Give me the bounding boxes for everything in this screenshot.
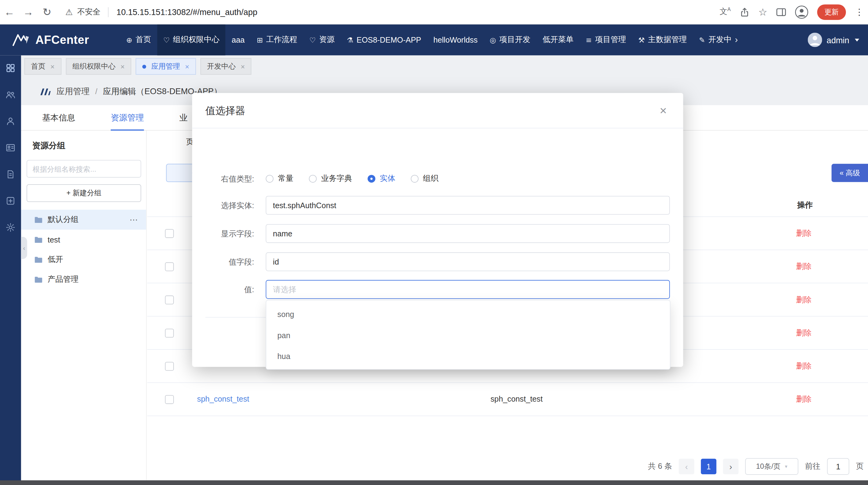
browser-update-button[interactable]: 更新 — [817, 4, 846, 20]
compass-icon: ◎ — [490, 36, 496, 44]
nav-label: helloWorldss — [433, 36, 477, 44]
close-icon[interactable]: × — [654, 102, 672, 120]
app-plus-icon[interactable] — [5, 196, 16, 206]
chevron-right-icon[interactable]: › — [735, 35, 738, 45]
tab-business[interactable]: 业 — [179, 105, 188, 131]
group-item-default[interactable]: 默认分组 ⋯ — [21, 210, 146, 230]
edit-icon: ✎ — [699, 36, 705, 44]
more-actions-icon[interactable]: ⋯ — [129, 215, 138, 224]
delete-link[interactable]: 删除 — [796, 262, 812, 271]
row-checkbox[interactable] — [165, 362, 174, 370]
gear-icon[interactable] — [5, 223, 16, 232]
profile-avatar-icon[interactable] — [795, 5, 808, 19]
nav-item-project-dev[interactable]: ◎项目开发 — [484, 24, 536, 55]
nav-item-master-data[interactable]: ⚒︎主数据管理 — [632, 24, 693, 55]
radio-entity[interactable]: 实体 — [368, 174, 395, 184]
new-group-button[interactable]: + 新建分组 — [27, 184, 142, 202]
reload-icon[interactable]: ↻ — [38, 5, 56, 19]
app-logo[interactable]: AFCenter — [12, 33, 89, 46]
nav-item-lowcode-menu[interactable]: 低开菜单 — [536, 24, 580, 55]
group-label: 低开 — [48, 254, 63, 264]
nav-item-helloworldss[interactable]: helloWorldss — [427, 24, 484, 55]
row-checkbox[interactable] — [165, 229, 174, 238]
radio-constant[interactable]: 常量 — [266, 174, 293, 184]
side-panel-icon[interactable] — [776, 7, 786, 16]
forward-icon[interactable]: → — [19, 6, 37, 18]
workspace-tab-dev-center[interactable]: 开发中心 × — [200, 58, 251, 75]
value-field-input[interactable] — [266, 252, 670, 271]
workspace-tab-org-auth[interactable]: 组织权限中心 × — [66, 58, 131, 75]
bookmark-star-icon[interactable]: ☆ — [758, 6, 767, 18]
nav-item-resources[interactable]: ♡资源 — [303, 24, 341, 55]
row-checkbox[interactable] — [165, 329, 174, 337]
not-secure-warning-icon: ⚠︎ — [65, 7, 73, 17]
nav-label: 资源 — [319, 35, 335, 45]
radio-business-dict[interactable]: 业务字典 — [309, 174, 352, 184]
page-1-button[interactable]: 1 — [701, 459, 716, 474]
breadcrumb-root[interactable]: 应用管理 — [56, 86, 90, 97]
tab-resource-mgmt[interactable]: 资源管理 — [111, 105, 144, 131]
nav-item-eos8-demo-app[interactable]: ⚗︎EOS8-DEMO-APP — [341, 24, 427, 55]
browser-menu-icon[interactable]: ⋮ — [855, 7, 864, 17]
nav-item-dev-center[interactable]: ✎开发中› — [693, 24, 744, 55]
resource-name-link[interactable]: sph_const_test — [197, 394, 249, 403]
nav-item-aaa[interactable]: aaa — [226, 24, 251, 55]
goto-page-input[interactable] — [827, 458, 849, 475]
group-item-product[interactable]: 产品管理 — [21, 269, 146, 289]
close-icon[interactable]: × — [185, 62, 189, 70]
option-hua[interactable]: hua — [266, 346, 670, 367]
delete-link[interactable]: 删除 — [796, 228, 812, 238]
option-song[interactable]: song — [266, 304, 670, 325]
radio-icon — [309, 175, 316, 183]
close-icon[interactable]: × — [121, 62, 125, 70]
caret-down-icon — [855, 38, 859, 41]
translate-icon[interactable]: 文A — [719, 7, 731, 17]
group-search-input[interactable] — [27, 160, 142, 178]
active-dot-icon — [142, 64, 146, 68]
close-icon[interactable]: × — [241, 62, 245, 70]
row-checkbox[interactable] — [165, 295, 174, 304]
document-icon[interactable] — [5, 169, 16, 179]
address-bar[interactable]: ⚠︎ 不安全 10.15.15.151:13082/#/menu_auth/ap… — [65, 7, 257, 17]
display-field-input[interactable] — [266, 224, 670, 243]
group-item-lowcode[interactable]: 低开 — [21, 250, 146, 269]
delete-link[interactable]: 删除 — [796, 361, 812, 371]
url-text[interactable]: 10.15.15.151:13082/#/menu_auth/app — [117, 7, 257, 17]
nav-item-project-mgmt[interactable]: ≡项目管理 — [580, 24, 632, 55]
sidebar-collapse-handle[interactable]: ‹ — [21, 237, 27, 259]
back-icon[interactable]: ← — [0, 6, 19, 18]
workspace-tab-app-mgmt[interactable]: 应用管理 × — [136, 58, 196, 75]
page-size-value: 10条/页 — [756, 461, 781, 471]
radio-icon — [411, 175, 418, 183]
entity-input[interactable] — [266, 196, 670, 215]
nav-label: EOS8-DEMO-APP — [357, 36, 422, 44]
value-options-dropdown: song pan hua — [266, 300, 670, 369]
user-menu[interactable]: admin — [808, 32, 860, 47]
page-size-select[interactable]: 10条/页 ▾ — [745, 458, 798, 475]
group-item-test[interactable]: test — [21, 230, 146, 250]
contact-card-icon[interactable] — [5, 143, 16, 153]
close-icon[interactable]: × — [50, 62, 55, 70]
row-checkbox[interactable] — [165, 262, 174, 271]
nav-item-home[interactable]: ⊕首页 — [120, 24, 157, 55]
value-select-input[interactable] — [266, 280, 670, 299]
nav-label: 工作流程 — [266, 35, 297, 45]
radio-organization[interactable]: 组织 — [411, 174, 438, 184]
share-icon[interactable] — [740, 7, 749, 17]
dashboard-grid-icon[interactable] — [5, 63, 16, 73]
nav-item-workflow[interactable]: ⊞工作流程 — [251, 24, 303, 55]
advanced-search-button[interactable]: « 高级 — [832, 164, 868, 182]
user-icon[interactable] — [5, 116, 16, 126]
next-page-button[interactable]: › — [723, 459, 739, 474]
option-pan[interactable]: pan — [266, 325, 670, 346]
right-value-type-row: 右值类型: 常量 业务字典 实体 组织 — [192, 169, 683, 188]
workspace-tab-home[interactable]: 首页 × — [24, 58, 61, 75]
team-icon[interactable] — [5, 90, 16, 99]
tab-basic-info[interactable]: 基本信息 — [42, 105, 75, 131]
delete-link[interactable]: 删除 — [796, 328, 812, 338]
delete-link[interactable]: 删除 — [796, 295, 812, 305]
nav-item-org-auth-center[interactable]: ♡组织权限中心 — [157, 24, 225, 55]
row-checkbox[interactable] — [165, 395, 174, 404]
prev-page-button[interactable]: ‹ — [679, 459, 694, 474]
delete-link[interactable]: 删除 — [796, 394, 812, 405]
